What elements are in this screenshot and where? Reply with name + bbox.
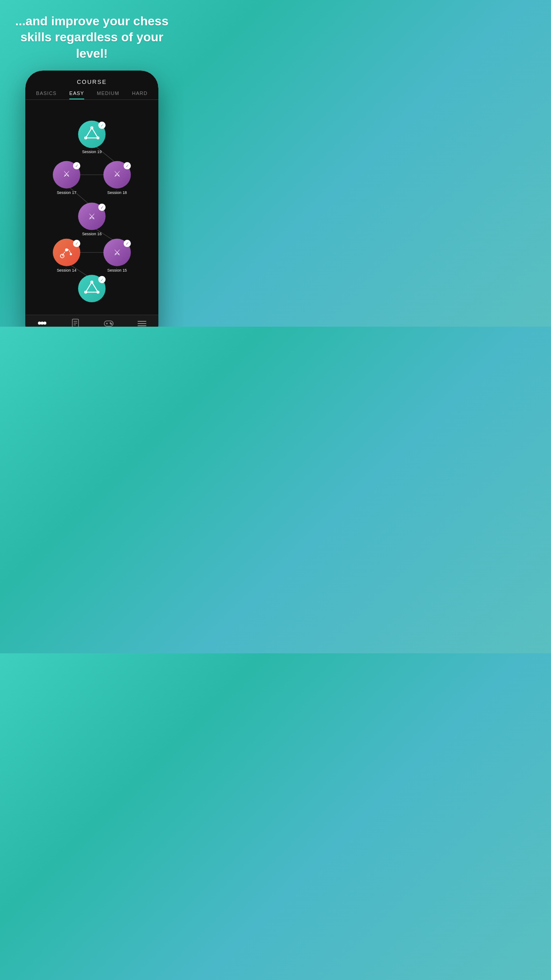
session-14-node[interactable]: ✓ Session 14 — [53, 239, 80, 273]
svg-point-10 — [91, 126, 94, 130]
course-icon — [37, 320, 47, 327]
lessons-icon — [71, 319, 79, 327]
svg-text:Session 17: Session 17 — [57, 190, 76, 195]
session-15-node[interactable]: ⚔ ✓ Session 15 — [103, 239, 131, 273]
session-18-node[interactable]: ⚔ ✓ Session 18 — [103, 161, 131, 195]
games-icon — [104, 319, 114, 327]
tab-hard[interactable]: HARD — [132, 91, 148, 99]
svg-text:Session 15: Session 15 — [107, 268, 127, 273]
svg-point-43 — [84, 291, 87, 294]
hero-title: ...and improve your chess skills regardl… — [13, 13, 170, 62]
phone-inner: COURSE BASICS EASY MEDIUM HARD — [25, 71, 158, 327]
svg-text:Session 18: Session 18 — [107, 190, 127, 195]
svg-text:⚔: ⚔ — [114, 248, 121, 257]
course-header: COURSE — [25, 71, 158, 85]
session-16-node[interactable]: ⚔ ✓ Session 16 — [78, 203, 106, 237]
svg-text:Session 19: Session 19 — [82, 150, 102, 154]
tab-basics[interactable]: BASICS — [36, 91, 56, 99]
nav-item-course[interactable]: Course — [30, 320, 54, 327]
svg-point-9 — [97, 137, 100, 140]
svg-text:⚔: ⚔ — [114, 170, 121, 178]
svg-text:✓: ✓ — [126, 164, 129, 169]
svg-point-45 — [91, 281, 94, 284]
svg-text:✓: ✓ — [75, 241, 79, 246]
svg-text:Session 14: Session 14 — [57, 268, 76, 273]
svg-point-50 — [43, 322, 46, 325]
nav-item-more[interactable]: More — [130, 320, 154, 327]
tab-medium[interactable]: MEDIUM — [97, 91, 119, 99]
svg-text:✓: ✓ — [100, 123, 104, 128]
tabs-bar: BASICS EASY MEDIUM HARD — [25, 85, 158, 100]
phone-frame: COURSE BASICS EASY MEDIUM HARD — [25, 71, 158, 327]
svg-point-48 — [38, 322, 41, 325]
svg-text:✓: ✓ — [75, 164, 79, 169]
phone-wrapper: COURSE BASICS EASY MEDIUM HARD — [0, 71, 184, 327]
hero-section: ...and improve your chess skills regardl… — [0, 0, 184, 71]
course-map: ✓ Session 19 ⚔ ✓ Session 17 — [25, 100, 158, 315]
svg-text:✓: ✓ — [100, 205, 104, 210]
nav-item-lessons[interactable]: Lessons — [63, 319, 87, 327]
svg-text:⚔: ⚔ — [63, 170, 70, 178]
nav-item-games[interactable]: Games — [96, 319, 121, 327]
session-19-node[interactable]: ✓ Session 19 — [78, 121, 106, 154]
svg-point-32 — [70, 253, 72, 256]
session-13-node[interactable]: ✓ — [78, 275, 106, 302]
svg-text:✓: ✓ — [100, 277, 104, 282]
svg-point-49 — [40, 322, 43, 325]
more-icon — [138, 320, 146, 327]
svg-text:Session 16: Session 16 — [82, 232, 102, 237]
svg-point-8 — [84, 137, 87, 140]
svg-text:✓: ✓ — [126, 241, 129, 246]
svg-point-44 — [97, 291, 100, 294]
session-17-node[interactable]: ⚔ ✓ Session 17 — [53, 161, 80, 195]
svg-text:⚔: ⚔ — [88, 212, 95, 221]
bottom-nav: Course Lessons — [25, 315, 158, 327]
svg-point-59 — [110, 324, 111, 324]
tab-easy[interactable]: EASY — [69, 91, 84, 99]
